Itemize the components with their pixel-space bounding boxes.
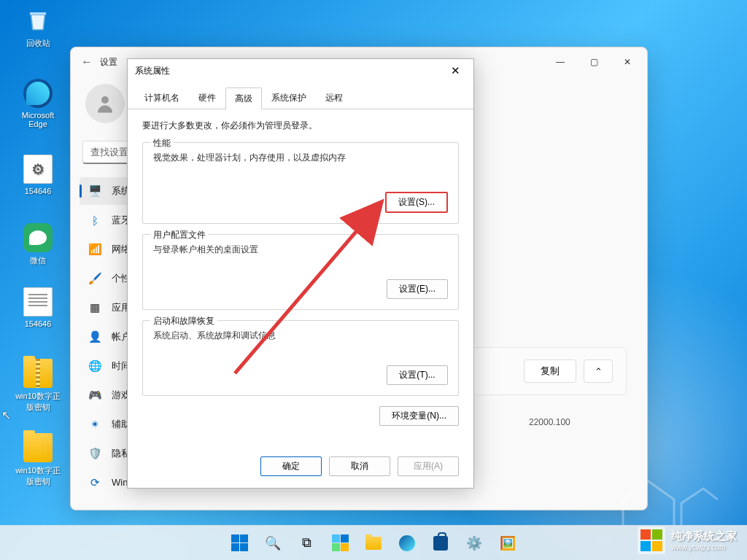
expand-button[interactable]: ⌃ [584,359,613,383]
gear-icon: ⚙ [23,155,53,184]
folder-icon [23,433,53,462]
startup-settings-button[interactable]: 设置(T)... [387,365,448,385]
window-title: 设置 [100,56,117,69]
taskbar-settings[interactable]: ⚙️ [460,529,489,558]
text-file-icon [23,287,53,316]
desktop-icon-label: 回收站 [26,38,50,49]
file-explorer-icon [365,537,382,550]
taskbar-store[interactable] [426,529,455,558]
admin-note: 要进行大多数更改，你必须作为管理员登录。 [142,120,459,132]
cancel-button[interactable]: 取消 [329,456,390,476]
desktop-icon-label: 154646 [25,319,52,328]
desktop-icon-label: win10数字正版密钥 [12,465,64,487]
store-icon [433,536,448,551]
cursor-icon: ↖ [1,408,11,422]
ok-button[interactable]: 确定 [260,456,322,476]
taskbar-search[interactable]: 🔍 [258,529,287,558]
desktop-icon-wechat[interactable]: 微信 [12,223,64,266]
search-placeholder: 查找设置 [90,146,128,159]
taskbar-task-view[interactable]: ⧉ [292,529,321,558]
group-legend: 启动和故障恢复 [150,315,217,327]
accessibility-icon: ✴ [88,418,101,431]
dialog-footer: 确定 取消 应用(A) [128,449,473,488]
apps-icon: ▦ [88,301,101,314]
desktop-icon-label: 154646 [25,187,52,195]
copy-button[interactable]: 复制 [524,359,576,383]
gaming-icon: 🎮 [88,389,101,402]
display-icon: 🖥️ [88,184,101,198]
user-profiles-group: 用户配置文件 与登录帐户相关的桌面设置 设置(E)... [142,234,459,310]
app-icon: 🖼️ [499,534,516,552]
os-build: 22000.100 [529,417,627,427]
chevron-up-icon: ⌃ [595,366,603,377]
group-legend: 性能 [150,137,174,149]
avatar [85,84,125,123]
gear-icon: ⚙️ [465,534,483,552]
shield-icon: 🛡️ [88,447,101,460]
tab-computer-name[interactable]: 计算机名 [135,87,189,109]
desktop-icon-label: win10数字正版密钥 [12,391,64,413]
task-view-icon: ⧉ [298,534,315,552]
taskbar-edge[interactable] [392,529,422,558]
group-legend: 用户配置文件 [150,229,209,241]
windows-logo-icon [231,534,248,551]
edge-icon [23,79,53,108]
globe-icon: 🌐 [88,359,101,373]
minimize-button[interactable]: ― [543,47,577,77]
person-icon: 👤 [88,330,101,343]
maximize-button[interactable]: ▢ [577,47,611,77]
system-properties-dialog: 系统属性 ✕ 计算机名 硬件 高级 系统保护 远程 要进行大多数更改，你必须作为… [127,58,474,489]
taskbar-widgets[interactable] [325,529,355,558]
desktop-icon-recycle-bin[interactable]: 回收站 [12,6,64,49]
zip-folder-icon [23,359,53,388]
performance-settings-button[interactable]: 设置(S)... [385,192,448,213]
environment-variables-button[interactable]: 环境变量(N)... [379,406,459,426]
edge-icon [399,535,415,551]
tab-hardware[interactable]: 硬件 [189,87,225,109]
dialog-tabs: 计算机名 硬件 高级 系统保护 远程 [128,87,473,109]
back-button[interactable]: ← [74,55,100,69]
desktop-icon-label: 微信 [30,255,46,266]
taskbar-app[interactable]: 🖼️ [493,529,522,558]
close-button[interactable]: ✕ [611,47,644,77]
performance-group: 性能 视觉效果，处理器计划，内存使用，以及虚拟内存 设置(S)... [142,142,459,224]
startup-recovery-group: 启动和故障恢复 系统启动、系统故障和调试信息 设置(T)... [142,320,459,396]
search-icon: 🔍 [264,534,282,552]
wechat-icon [23,223,53,252]
tab-system-protection[interactable]: 系统保护 [262,87,316,109]
wifi-icon: 📶 [88,243,101,256]
group-desc: 与登录帐户相关的桌面设置 [153,244,448,256]
dialog-title: 系统属性 [135,65,170,77]
tab-advanced[interactable]: 高级 [225,88,262,109]
desktop-icon-file-154646a[interactable]: ⚙ 154646 [12,155,64,195]
desktop-icon-folder-key1[interactable]: win10数字正版密钥 [12,359,64,413]
dialog-close-button[interactable]: ✕ [444,64,466,77]
update-icon: ⟳ [88,476,101,489]
desktop-icon-folder-key2[interactable]: win10数字正版密钥 [12,433,64,487]
user-profiles-settings-button[interactable]: 设置(E)... [387,279,448,299]
taskbar: 🔍 ⧉ ⚙️ 🖼️ [0,525,747,560]
desktop-icon-edge[interactable]: Microsoft Edge [12,79,64,128]
desktop-icon-file-154646b[interactable]: 154646 [12,287,64,328]
brush-icon: 🖌️ [88,272,101,285]
widgets-icon [332,534,349,551]
desktop-icon-label: Microsoft Edge [12,111,64,128]
group-desc: 视觉效果，处理器计划，内存使用，以及虚拟内存 [153,152,448,164]
bluetooth-icon: ᛒ [88,214,101,227]
taskbar-explorer[interactable] [359,529,388,558]
tab-remote[interactable]: 远程 [316,87,352,109]
apply-button: 应用(A) [398,456,459,476]
dialog-titlebar: 系统属性 ✕ [128,59,473,82]
start-button[interactable] [225,529,254,558]
recycle-bin-icon [23,6,53,35]
svg-point-0 [101,96,109,104]
group-desc: 系统启动、系统故障和调试信息 [153,330,448,342]
